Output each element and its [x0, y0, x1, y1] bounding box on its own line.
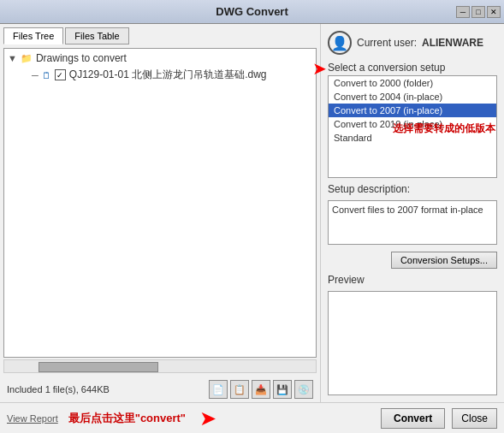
horizontal-scrollbar[interactable]: [3, 359, 317, 373]
right-panel: 👤 Current user: ALIENWARE ➤ Select a con…: [321, 24, 504, 402]
preview-label: Preview: [328, 274, 497, 286]
import-icon[interactable]: 📥: [252, 380, 270, 399]
tree-file-item[interactable]: ─ 🗒 ✓ QJ129-01-01 北侧上游龙门吊轨道基础.dwg: [8, 68, 312, 82]
file-checkbox[interactable]: ✓: [55, 69, 66, 80]
title-text: DWG Convert: [216, 5, 288, 18]
setup-desc-box: Convert files to 2007 format in-place: [328, 200, 497, 245]
bottom-red-arrow: ➤: [199, 406, 216, 430]
view-report-link[interactable]: View Report: [7, 413, 58, 424]
file-type-icon: 🗒: [42, 70, 51, 80]
toolbar-icons: 📄 📋 📥 💾 💿: [209, 380, 313, 399]
tab-files-table[interactable]: Files Table: [65, 27, 128, 44]
folder-icon: 📁: [21, 53, 33, 64]
list-icon[interactable]: 📋: [230, 380, 249, 399]
new-icon[interactable]: 📄: [209, 380, 228, 399]
setup-desc-label: Setup description:: [328, 183, 497, 195]
conv-item-2007[interactable]: Convert to 2007 (in-place): [329, 104, 496, 117]
tab-files-tree[interactable]: Files Tree: [3, 27, 63, 44]
tree-root-label: Drawings to convert: [36, 52, 127, 64]
tab-bar: Files Tree Files Table: [3, 27, 317, 44]
disk-icon[interactable]: 💿: [294, 380, 313, 399]
status-bar: Included 1 file(s), 644KB 📄 📋 📥 💾 💿: [3, 377, 317, 399]
maximize-button[interactable]: □: [471, 6, 485, 18]
close-button[interactable]: ✕: [487, 6, 501, 18]
user-icon: 👤: [328, 31, 352, 55]
conversion-annotation: 选择需要转成的低版本: [393, 122, 495, 136]
current-user-label: Current user:: [357, 37, 417, 49]
convert-button[interactable]: Convert: [381, 408, 445, 429]
bottom-annotation: 最后点击这里"convert": [68, 411, 186, 426]
user-row: 👤 Current user: ALIENWARE: [328, 31, 497, 55]
save-icon[interactable]: 💾: [273, 380, 292, 399]
bottom-bar: View Report 最后点击这里"convert" ➤ Convert Cl…: [0, 402, 504, 433]
conv-item-2000[interactable]: Convert to 2000 (folder): [329, 76, 496, 90]
conv-item-2004[interactable]: Convert to 2004 (in-place): [329, 90, 496, 104]
left-panel: Files Tree Files Table ▼ 📁 Drawings to c…: [0, 24, 321, 402]
top-red-arrow: ➤: [312, 58, 327, 79]
conversion-setups-button[interactable]: Conversion Setups...: [391, 252, 497, 269]
title-bar: DWG Convert ─ □ ✕: [0, 0, 504, 24]
collapse-icon[interactable]: ▼: [8, 53, 17, 63]
minimize-button[interactable]: ─: [456, 6, 470, 18]
file-name: QJ129-01-01 北侧上游龙门吊轨道基础.dwg: [69, 68, 267, 82]
status-text: Included 1 file(s), 644KB: [7, 384, 110, 394]
close-button-bottom[interactable]: Close: [452, 408, 497, 429]
select-setup-label: Select a conversion setup: [328, 62, 497, 74]
preview-box: [328, 291, 497, 395]
current-user-value: ALIENWARE: [422, 37, 483, 49]
tree-root-item: ▼ 📁 Drawings to convert: [8, 52, 312, 64]
file-expand-icon: ─: [32, 70, 39, 80]
scrollbar-thumb[interactable]: [39, 362, 158, 372]
file-tree: ▼ 📁 Drawings to convert ─ 🗒 ✓ QJ129-01-0…: [3, 48, 317, 358]
